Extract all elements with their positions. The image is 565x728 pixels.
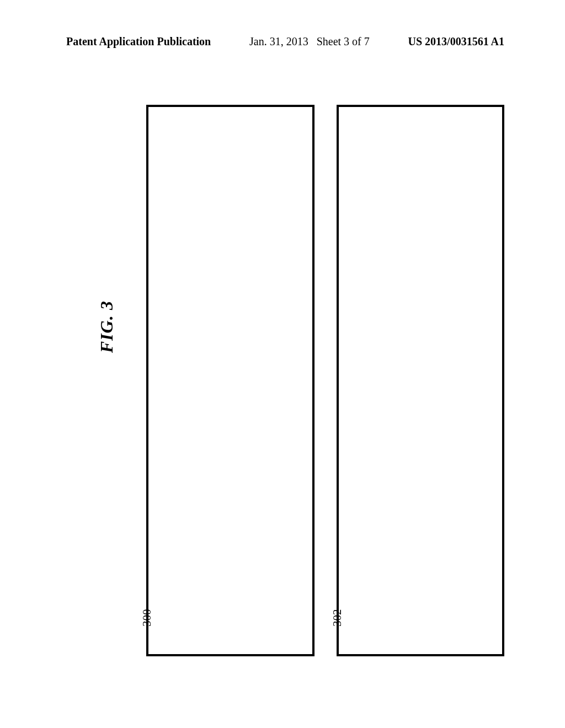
box-reference-number: 300: [140, 609, 154, 627]
figure-boxes-container: 300 302: [146, 105, 504, 656]
figure-area: FIG. 3 300 302: [66, 99, 504, 662]
page-header: Patent Application Publication Jan. 31, …: [66, 35, 504, 48]
box-reference-number: 302: [331, 609, 344, 627]
date-sheet-info: Jan. 31, 2013 Sheet 3 of 7: [249, 35, 370, 48]
publication-type: Patent Application Publication: [66, 35, 211, 48]
figure-box-300: 300: [146, 105, 315, 656]
figure-box-302: 302: [337, 105, 505, 656]
publication-number: US 2013/0031561 A1: [408, 35, 504, 48]
figure-label: FIG. 3: [97, 301, 117, 353]
